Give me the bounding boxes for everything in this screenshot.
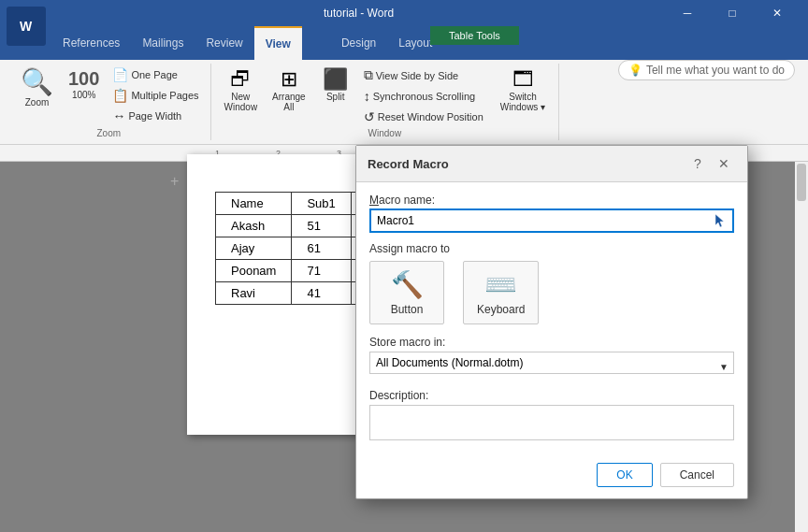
- dialog-titlebar: Record Macro ? ✕: [356, 146, 747, 182]
- description-label: Description:: [369, 389, 734, 402]
- button-assign-button[interactable]: 🔨 Button: [369, 261, 444, 324]
- macro-name-input[interactable]: [369, 208, 734, 233]
- assign-buttons-group: 🔨 Button ⌨️ Keyboard: [369, 261, 734, 324]
- dialog-close-button[interactable]: ✕: [712, 153, 736, 174]
- button-assign-label: Button: [391, 303, 424, 316]
- keyboard-assign-button[interactable]: ⌨️ Keyboard: [463, 261, 539, 324]
- store-macro-select[interactable]: All Documents (Normal.dotm) This Documen…: [369, 352, 734, 374]
- cursor-indicator: [712, 212, 725, 229]
- macro-name-label: Macro name:: [369, 194, 734, 207]
- record-macro-dialog: Record Macro ? ✕ Macro name:: [355, 145, 748, 499]
- button-assign-icon: 🔨: [391, 269, 424, 300]
- dialog-overlay: Record Macro ? ✕ Macro name:: [0, 0, 808, 532]
- macro-name-field-wrapper: [369, 208, 734, 233]
- keyboard-assign-icon: ⌨️: [484, 269, 517, 300]
- store-macro-label: Store macro in:: [369, 336, 734, 349]
- dialog-title-text: Record Macro: [368, 157, 449, 171]
- store-select-wrapper: All Documents (Normal.dotm) This Documen…: [369, 352, 734, 381]
- dialog-title-controls: ? ✕: [685, 153, 736, 174]
- dialog-body: Macro name: Assign macro to 🔨 Button: [356, 182, 747, 455]
- keyboard-assign-label: Keyboard: [477, 303, 525, 316]
- ok-button[interactable]: OK: [597, 463, 652, 487]
- description-textarea[interactable]: [369, 405, 734, 440]
- assign-macro-label: Assign macro to: [369, 242, 734, 255]
- macro-name-label-text: Macro name:: [369, 194, 435, 207]
- cancel-button[interactable]: Cancel: [660, 463, 734, 487]
- dialog-question-button[interactable]: ?: [685, 153, 710, 174]
- dialog-footer: OK Cancel: [356, 455, 747, 498]
